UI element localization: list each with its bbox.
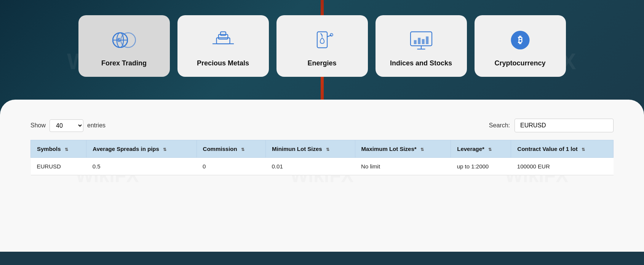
table-header-row: Symbols ⇅ Average Spreads in pips ⇅ Comm… bbox=[31, 140, 614, 158]
svg-rect-13 bbox=[411, 32, 432, 46]
content-section: WikiFX WikiFX WikiFX Show 10 25 40 100 e… bbox=[0, 100, 644, 252]
sort-leverage-icon: ⇅ bbox=[488, 147, 492, 152]
forex-icon: $ bbox=[109, 27, 139, 53]
show-label: Show bbox=[30, 122, 46, 129]
svg-text:₿: ₿ bbox=[518, 34, 523, 44]
svg-rect-10 bbox=[317, 32, 327, 48]
tab-energies[interactable]: Energies bbox=[276, 15, 368, 77]
col-min-lot[interactable]: Minimun Lot Sizes ⇅ bbox=[266, 140, 355, 158]
cell-avg-spreads: 0.5 bbox=[86, 158, 197, 175]
search-input[interactable] bbox=[515, 119, 614, 132]
tab-metals[interactable]: Precious Metals bbox=[177, 15, 269, 77]
tab-crypto-label: Cryptocurrency bbox=[494, 59, 545, 67]
svg-rect-14 bbox=[414, 40, 416, 44]
metals-icon bbox=[208, 27, 238, 53]
col-commission[interactable]: Commission ⇅ bbox=[197, 140, 265, 158]
tab-forex[interactable]: $ Forex Trading bbox=[78, 15, 170, 77]
sort-contract-icon: ⇅ bbox=[582, 147, 585, 152]
tab-indices[interactable]: Indices and Stocks bbox=[376, 15, 467, 77]
energies-icon bbox=[307, 27, 337, 53]
svg-point-12 bbox=[330, 33, 333, 36]
tab-metals-label: Precious Metals bbox=[197, 59, 249, 67]
category-tabs: $ Forex Trading Precious Metals bbox=[23, 15, 621, 77]
svg-rect-8 bbox=[221, 32, 226, 35]
crypto-icon: ₿ bbox=[505, 27, 535, 53]
tab-energies-label: Energies bbox=[307, 59, 336, 67]
entries-label: entries bbox=[87, 122, 105, 129]
entries-select[interactable]: 10 25 40 100 bbox=[50, 119, 83, 132]
sort-spreads-icon: ⇅ bbox=[163, 147, 166, 152]
tab-crypto[interactable]: ₿ Cryptocurrency bbox=[475, 15, 566, 77]
sort-max-lot-icon: ⇅ bbox=[420, 147, 424, 152]
cell-symbols: EURUSD bbox=[31, 158, 86, 175]
tab-indices-label: Indices and Stocks bbox=[390, 59, 452, 67]
trading-table: Symbols ⇅ Average Spreads in pips ⇅ Comm… bbox=[30, 140, 614, 175]
table-row: EURUSD 0.5 0 0.01 No limit up to 1:2000 … bbox=[31, 158, 614, 175]
sort-min-lot-icon: ⇅ bbox=[326, 147, 329, 152]
col-contract-value[interactable]: Contract Value of 1 lot ⇅ bbox=[511, 140, 614, 158]
svg-rect-15 bbox=[418, 38, 420, 44]
cell-contract-value: 100000 EUR bbox=[511, 158, 614, 175]
svg-rect-16 bbox=[422, 39, 424, 44]
col-avg-spreads[interactable]: Average Spreads in pips ⇅ bbox=[86, 140, 197, 158]
cell-leverage: up to 1:2000 bbox=[451, 158, 511, 175]
svg-rect-17 bbox=[426, 36, 428, 44]
col-symbols[interactable]: Symbols ⇅ bbox=[31, 140, 86, 158]
sort-commission-icon: ⇅ bbox=[241, 147, 244, 152]
table-controls: Show 10 25 40 100 entries Search: bbox=[30, 119, 614, 132]
sort-symbols-icon: ⇅ bbox=[65, 147, 68, 152]
table-body: EURUSD 0.5 0 0.01 No limit up to 1:2000 … bbox=[31, 158, 614, 175]
tab-forex-label: Forex Trading bbox=[101, 59, 147, 67]
show-entries-control: Show 10 25 40 100 entries bbox=[30, 119, 105, 132]
cell-max-lot: No limit bbox=[355, 158, 451, 175]
col-leverage[interactable]: Leverage* ⇅ bbox=[451, 140, 511, 158]
svg-text:$: $ bbox=[117, 36, 120, 43]
indices-icon bbox=[406, 27, 436, 53]
cell-min-lot: 0.01 bbox=[266, 158, 355, 175]
col-max-lot[interactable]: Maximum Lot Sizes* ⇅ bbox=[355, 140, 451, 158]
search-control: Search: bbox=[489, 119, 614, 132]
search-label: Search: bbox=[489, 122, 510, 129]
cell-commission: 0 bbox=[197, 158, 265, 175]
